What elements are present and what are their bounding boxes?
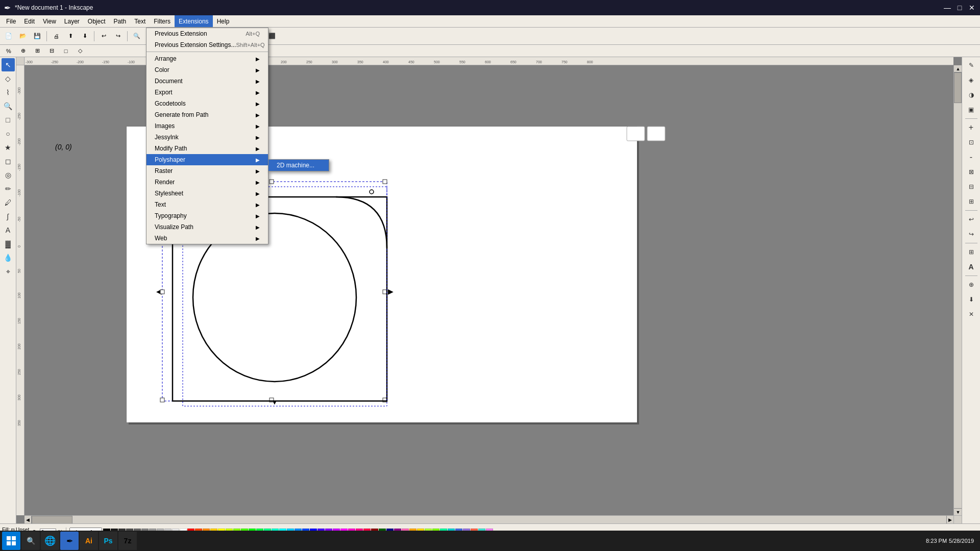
ext-gcodetools[interactable]: Gcodetools ▶ — [146, 98, 268, 109]
export-button[interactable]: ⬇ — [78, 30, 91, 43]
dropper-tool-button[interactable]: 💧 — [2, 251, 15, 264]
snap-guide[interactable]: ⊟ — [45, 44, 58, 58]
hscrollbar[interactable]: ◀ ▶ — [24, 515, 953, 523]
new-button[interactable]: 📄 — [2, 30, 15, 43]
svg-text:250: 250 — [306, 60, 312, 64]
rpanel-zoom-fit[interactable]: ⊡ — [964, 135, 978, 149]
ext-prev-extension-settings[interactable]: Previous Extension Settings... Shift+Alt… — [146, 39, 268, 51]
snap-bbox[interactable]: □ — [59, 44, 72, 58]
search-button[interactable]: 🔍 — [21, 532, 40, 550]
ext-document[interactable]: Document ▶ — [146, 76, 268, 87]
rect-tool-button[interactable]: □ — [2, 113, 15, 127]
snap-grid[interactable]: ⊞ — [31, 44, 44, 58]
zoom-tool-button[interactable]: 🔍 — [2, 99, 15, 113]
photoshop-taskbar[interactable]: Ps — [99, 532, 117, 550]
7zip-taskbar[interactable]: 7z — [118, 532, 137, 550]
ext-generate-from-path[interactable]: Generate from Path ▶ — [146, 109, 268, 120]
rpanel-xml[interactable]: ✕ — [964, 307, 978, 321]
menu-path[interactable]: Path — [110, 15, 131, 27]
redo-button[interactable]: ↪ — [111, 30, 125, 43]
hscroll-left[interactable]: ◀ — [24, 516, 32, 523]
menu-extensions[interactable]: Extensions — [175, 15, 213, 27]
ext-jessyink[interactable]: JessyInk ▶ — [146, 132, 268, 143]
ext-prev-extension[interactable]: Previous Extension Alt+Q — [146, 28, 268, 39]
rpanel-fill[interactable]: ◑ — [964, 88, 978, 102]
chrome-icon: 🌐 — [44, 535, 56, 546]
rpanel-export[interactable]: ⬇ — [964, 292, 978, 307]
vscroll-down[interactable]: ▼ — [954, 508, 962, 515]
menu-file[interactable]: File — [2, 15, 20, 27]
snap-paths[interactable]: ◇ — [74, 44, 87, 58]
ext-stylesheet[interactable]: Stylesheet ▶ — [146, 188, 268, 199]
ext-modify-path[interactable]: Modify Path ▶ — [146, 143, 268, 154]
ext-text[interactable]: Text ▶ — [146, 199, 268, 210]
rpanel-grid[interactable]: ⊞ — [964, 245, 978, 259]
zoom-in-button[interactable]: 🔍 — [130, 30, 143, 43]
illustrator-taskbar[interactable]: Ai — [80, 532, 98, 550]
ext-arrange[interactable]: Arrange ▶ — [146, 53, 268, 64]
pencil-tool-button[interactable]: ✏ — [2, 182, 15, 195]
rpanel-prev-zoom[interactable]: ↩ — [964, 212, 978, 227]
rpanel-stroke[interactable]: ▣ — [964, 103, 978, 117]
star-tool-button[interactable]: ★ — [2, 141, 15, 154]
print-button[interactable]: 🖨 — [50, 30, 63, 43]
rpanel-zoom-in[interactable]: + — [964, 120, 978, 135]
text-tool-button[interactable]: A — [2, 223, 15, 237]
calligraphy-tool-button[interactable]: ∫ — [2, 210, 15, 223]
pen-tool-button[interactable]: 🖊 — [2, 196, 15, 209]
undo-button[interactable]: ↩ — [97, 30, 110, 43]
snap-toggle[interactable]: % — [2, 44, 15, 58]
ext-color[interactable]: Color ▶ — [146, 64, 268, 76]
rpanel-node[interactable]: ◈ — [964, 73, 978, 87]
vscrollbar[interactable]: ▲ ▼ — [953, 65, 962, 515]
rpanel-zoom-drawing[interactable]: ⊟ — [964, 180, 978, 194]
minimize-button[interactable]: — — [943, 4, 951, 12]
ext-visualize-path[interactable]: Visualize Path ▶ — [146, 221, 268, 233]
ext-polyshaper[interactable]: Polyshaper ▶ — [146, 154, 268, 165]
circle-tool-button[interactable]: ○ — [2, 127, 15, 140]
menu-view[interactable]: View — [39, 15, 60, 27]
maximize-button[interactable]: □ — [955, 4, 964, 12]
menu-help[interactable]: Help — [213, 15, 234, 27]
ext-export[interactable]: Export ▶ — [146, 87, 268, 98]
left-toolbox: ↖ ◇ ⌇ 🔍 □ ○ ★ ◻ ◎ ✏ 🖊 ∫ A ▓ 💧 ⌖ — [0, 57, 16, 523]
rpanel-zoom-page[interactable]: ⊠ — [964, 165, 978, 179]
ext-web[interactable]: Web ▶ — [146, 233, 268, 244]
rpanel-select[interactable]: ✎ — [964, 58, 978, 72]
3dbox-tool-button[interactable]: ◻ — [2, 155, 15, 168]
svg-text:350: 350 — [357, 60, 363, 64]
rpanel-text[interactable]: A — [964, 260, 978, 274]
menu-filters[interactable]: Filters — [150, 15, 175, 27]
hscroll-thumb[interactable] — [32, 516, 72, 523]
rpanel-zoom-out[interactable]: - — [964, 150, 978, 164]
vscroll-up[interactable]: ▲ — [954, 65, 962, 72]
gradient-tool-button[interactable]: ▓ — [2, 237, 15, 251]
ext-raster[interactable]: Raster ▶ — [146, 165, 268, 177]
tweak-tool-button[interactable]: ⌇ — [2, 86, 15, 99]
rpanel-zoom-selection[interactable]: ⊞ — [964, 194, 978, 209]
node-tool-button[interactable]: ◇ — [2, 72, 15, 85]
menu-text[interactable]: Text — [130, 15, 150, 27]
select-tool-button[interactable]: ↖ — [2, 58, 15, 71]
open-button[interactable]: 📂 — [16, 30, 30, 43]
ext-images[interactable]: Images ▶ — [146, 120, 268, 132]
rpanel-layers[interactable]: ⊕ — [964, 278, 978, 292]
menu-layer[interactable]: Layer — [60, 15, 84, 27]
ext-typography[interactable]: Typography ▶ — [146, 210, 268, 221]
spiral-tool-button[interactable]: ◎ — [2, 168, 15, 182]
ext-render[interactable]: Render ▶ — [146, 177, 268, 188]
rpanel-next-zoom[interactable]: ↪ — [964, 227, 978, 241]
polyshaper-2d-machine[interactable]: 2D machine... — [268, 160, 329, 171]
vscroll-thumb[interactable] — [954, 72, 962, 103]
menu-edit[interactable]: Edit — [20, 15, 39, 27]
save-button[interactable]: 💾 — [31, 30, 44, 43]
chrome-taskbar[interactable]: 🌐 — [41, 532, 59, 550]
start-button[interactable] — [2, 532, 20, 550]
menu-object[interactable]: Object — [84, 15, 110, 27]
hscroll-right[interactable]: ▶ — [946, 516, 953, 523]
import-button[interactable]: ⬆ — [64, 30, 77, 43]
snap-nodes[interactable]: ⊕ — [16, 44, 30, 58]
inkscape-taskbar[interactable]: ✒ — [60, 532, 79, 550]
connector-tool-button[interactable]: ⌖ — [2, 265, 15, 278]
close-button[interactable]: ✕ — [968, 4, 976, 12]
